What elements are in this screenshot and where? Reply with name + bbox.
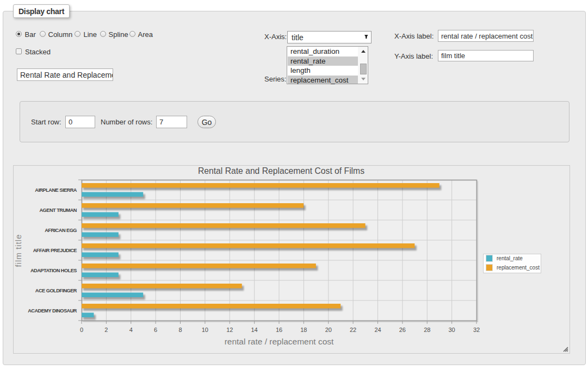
svg-text:22: 22 (350, 327, 356, 333)
svg-text:6: 6 (154, 327, 157, 333)
svg-text:AIRPLANE SIERRA: AIRPLANE SIERRA (35, 187, 77, 193)
svg-text:24: 24 (374, 327, 381, 333)
svg-text:ADAPTATION HOLES: ADAPTATION HOLES (30, 268, 77, 273)
svg-text:18: 18 (300, 327, 307, 333)
svg-text:replacement_cost: replacement_cost (497, 265, 540, 271)
svg-text:2: 2 (104, 327, 108, 333)
svg-text:rental rate / replacement cost: rental rate / replacement cost (225, 337, 334, 346)
svg-text:Rental Rate and Replacement Co: Rental Rate and Replacement Cost of Film… (198, 166, 364, 175)
svg-text:12: 12 (226, 327, 233, 333)
svg-text:ACE GOLDFINGER: ACE GOLDFINGER (35, 288, 77, 293)
svg-text:rental_rate: rental_rate (497, 255, 523, 261)
svg-text:0: 0 (80, 327, 83, 333)
svg-text:32: 32 (473, 327, 480, 333)
svg-text:16: 16 (276, 327, 282, 333)
svg-text:AFFAIR PREJUDICE: AFFAIR PREJUDICE (33, 248, 77, 253)
svg-text:8: 8 (178, 327, 182, 333)
svg-text:28: 28 (424, 327, 430, 333)
svg-text:4: 4 (129, 327, 133, 333)
svg-text:AFRICAN EGG: AFRICAN EGG (45, 228, 77, 233)
svg-text:ACADEMY DINOSAUR: ACADEMY DINOSAUR (28, 308, 77, 313)
svg-text:AGENT TRUMAN: AGENT TRUMAN (39, 208, 77, 213)
svg-text:20: 20 (325, 327, 332, 333)
svg-text:14: 14 (251, 327, 258, 333)
svg-text:26: 26 (399, 327, 406, 333)
svg-text:30: 30 (449, 327, 455, 333)
svg-text:10: 10 (202, 327, 208, 333)
svg-text:film title: film title (14, 234, 23, 267)
